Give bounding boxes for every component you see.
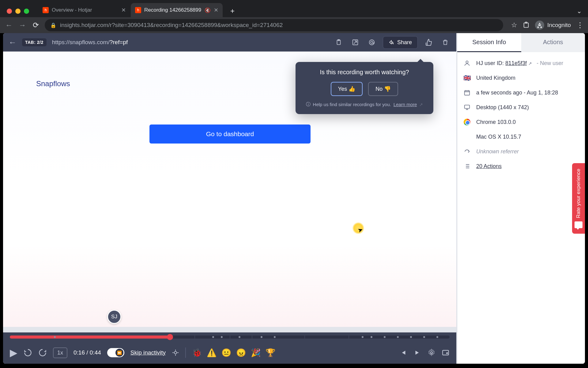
list-icon <box>463 163 471 170</box>
prev-recording-icon[interactable] <box>399 349 407 357</box>
clipboard-icon[interactable] <box>333 37 344 48</box>
info-os: Mac OS X 10.15.7 <box>463 133 579 140</box>
maximize-window-icon[interactable] <box>24 9 29 14</box>
tab-session-info[interactable]: Session Info <box>457 33 521 52</box>
bug-emoji-icon[interactable]: 🐞 <box>192 348 202 358</box>
feedback-label: Rate your experience <box>575 169 582 218</box>
star-bookmark-icon[interactable]: ☆ <box>511 21 517 29</box>
timeline-handle[interactable] <box>167 334 173 340</box>
feedback-tab[interactable]: Rate your experience <box>572 163 585 234</box>
rewind-10-icon[interactable] <box>24 348 32 357</box>
callout-footer: ⓘ Help us find similar recordings for yo… <box>303 102 425 107</box>
extensions-icon[interactable] <box>523 22 530 29</box>
monitor-icon <box>463 104 471 111</box>
trophy-emoji-icon[interactable]: 🏆 <box>266 348 275 358</box>
timeline-marker <box>212 336 214 338</box>
timeline-marker <box>274 336 276 338</box>
info-icon: ⓘ <box>306 102 311 107</box>
party-emoji-icon[interactable]: 🎉 <box>251 348 261 358</box>
info-user: HJ user ID: 811e5f3f ↗ - New user <box>463 59 579 67</box>
keyboard-shortcuts-icon[interactable] <box>172 349 179 356</box>
timeline-segment <box>304 335 305 339</box>
avatar[interactable]: SJ <box>107 310 121 324</box>
timeline-marker <box>397 336 399 338</box>
warning-emoji-icon[interactable]: ⚠️ <box>207 348 217 358</box>
thumbs-up-icon[interactable] <box>423 37 434 48</box>
skip-inactivity-label[interactable]: Skip inactivity <box>130 349 166 356</box>
close-tab-icon[interactable]: ✕ <box>214 7 218 13</box>
play-button[interactable]: ▶ <box>10 347 17 358</box>
calendar-icon <box>463 89 471 96</box>
callout-title: Is this recording worth watching? <box>303 69 425 76</box>
external-link-icon: ↗ <box>419 102 423 107</box>
timeline-marker <box>239 336 240 338</box>
actions-link[interactable]: 20 Actions <box>476 163 502 170</box>
browser-tab-overview[interactable]: h Overview - Hotjar ✕ <box>38 3 130 17</box>
apple-icon <box>463 133 471 140</box>
next-recording-icon[interactable] <box>413 349 421 357</box>
timeline-marker <box>423 336 425 338</box>
svg-rect-12 <box>465 105 470 109</box>
open-external-icon[interactable] <box>350 37 361 48</box>
timeline-segment <box>194 335 195 339</box>
trash-icon[interactable] <box>440 37 451 48</box>
tab-strip: h Overview - Hotjar ✕ h Recording 142662… <box>0 0 588 17</box>
incognito-indicator[interactable]: Incognito <box>535 21 571 30</box>
close-window-icon[interactable] <box>7 9 12 14</box>
back-button[interactable]: ← <box>4 21 13 30</box>
app-viewport: ← TAB: 2/2 https://snapflows.com/?ref=pf… <box>3 33 585 364</box>
divider <box>185 347 186 358</box>
timeline-marker <box>436 336 438 338</box>
playback-controls: ▶ 1x 0:16 / 0:44 Skip inactivity 🐞 ⚠️ 😐 … <box>3 342 456 364</box>
url-input[interactable]: 🔒 insights.hotjar.com/r?site=3090413&rec… <box>45 19 503 31</box>
feedback-speech-icon <box>575 221 582 228</box>
forward-button[interactable]: → <box>18 21 27 30</box>
browser-menu-icon[interactable]: ⋮ <box>576 21 584 29</box>
referrer-arrow-icon <box>463 148 471 155</box>
timeline-marker <box>371 336 372 338</box>
settings-gear-icon[interactable] <box>428 349 435 357</box>
angry-emoji-icon[interactable]: 😠 <box>236 348 246 358</box>
chrome-icon <box>463 118 471 126</box>
lock-icon: 🔒 <box>50 22 56 28</box>
hotjar-favicon-icon: h <box>43 7 49 13</box>
reload-button[interactable]: ⟳ <box>31 21 40 30</box>
fullscreen-icon[interactable] <box>442 349 450 357</box>
share-arrow-icon <box>389 40 394 45</box>
info-time: a few seconds ago - Aug 1, 18:28 <box>463 89 579 96</box>
learn-more-link[interactable]: Learn more <box>394 102 417 107</box>
share-button[interactable]: Share <box>383 36 418 49</box>
callout-yes-button[interactable]: Yes 👍 <box>331 82 363 96</box>
forward-10-icon[interactable] <box>38 348 47 357</box>
minimize-window-icon[interactable] <box>15 9 21 14</box>
svg-rect-0 <box>524 23 529 28</box>
tab-actions[interactable]: Actions <box>521 33 585 52</box>
go-to-dashboard-button: Go to dashboard <box>149 125 311 144</box>
tab-list-dropdown-icon[interactable]: ⌄ <box>577 7 582 15</box>
at-mention-icon[interactable] <box>366 37 377 48</box>
timeline-track[interactable] <box>10 335 450 339</box>
info-device: Desktop (1440 x 742) <box>463 104 579 111</box>
user-id-link[interactable]: 811e5f3f <box>505 60 527 66</box>
side-panel: Session Info Actions HJ user ID: 811e5f3… <box>457 33 585 364</box>
mute-icon[interactable]: 🔇 <box>205 7 211 13</box>
timeline-marker <box>384 336 386 338</box>
timeline-marker <box>54 336 56 338</box>
browser-tab-recording[interactable]: h Recording 14266258899 🔇 ✕ <box>131 3 223 17</box>
flag-icon: 🇬🇧 <box>463 74 471 82</box>
rating-callout: Is this recording worth watching? Yes 👍 … <box>296 62 433 114</box>
share-label: Share <box>397 39 412 46</box>
back-arrow-icon[interactable]: ← <box>9 38 17 47</box>
external-link-icon[interactable]: ↗ <box>528 61 532 66</box>
playback-speed[interactable]: 1x <box>53 347 67 358</box>
timeline-segment <box>349 335 349 339</box>
neutral-emoji-icon[interactable]: 😐 <box>221 348 231 358</box>
timeline-marker <box>221 336 223 338</box>
new-tab-button[interactable]: + <box>226 5 239 17</box>
callout-no-button[interactable]: No 👎 <box>368 82 398 96</box>
skip-inactivity-toggle[interactable] <box>107 348 124 357</box>
svg-point-7 <box>174 351 177 354</box>
tab-counter-badge[interactable]: TAB: 2/2 <box>22 38 47 46</box>
close-tab-icon[interactable]: ✕ <box>121 7 126 13</box>
info-country: 🇬🇧 United Kingdom <box>463 74 579 82</box>
